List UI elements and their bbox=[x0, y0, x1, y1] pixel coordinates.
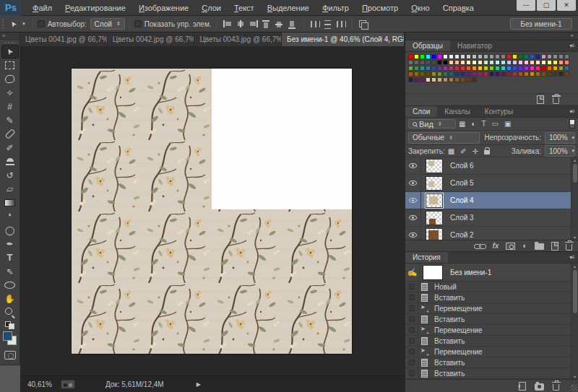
layer-thumbnail[interactable] bbox=[426, 193, 443, 208]
align-center-horizontal-icon[interactable] bbox=[236, 19, 246, 29]
layer-thumbnail[interactable] bbox=[426, 176, 443, 191]
layers-scrollbar[interactable]: ▴ ▾ bbox=[571, 157, 578, 240]
history-state-row[interactable]: Вставить bbox=[405, 357, 578, 368]
adjustment-filter-icon[interactable]: ◐ bbox=[471, 120, 475, 128]
panel-tab[interactable]: Навигатор bbox=[450, 40, 499, 51]
history-state-row[interactable]: Новый bbox=[405, 282, 578, 292]
color-swatch[interactable] bbox=[466, 71, 471, 77]
history-brush-source-icon[interactable]: ✍ bbox=[405, 263, 420, 281]
color-swatch[interactable] bbox=[489, 66, 494, 71]
layer-name[interactable]: Слой 4 bbox=[450, 196, 474, 204]
menu-item[interactable]: Редактирование bbox=[59, 0, 132, 16]
history-snapshot-row[interactable]: ✍ Без имени-1 bbox=[405, 263, 578, 282]
tools-grip[interactable] bbox=[5, 42, 15, 43]
color-swatch[interactable] bbox=[460, 60, 465, 65]
menu-item[interactable]: Изображение bbox=[132, 0, 195, 16]
scroll-down-icon[interactable]: ▾ bbox=[574, 374, 576, 379]
fill-value[interactable]: 100% ▾ bbox=[545, 145, 575, 157]
color-swatch[interactable] bbox=[558, 71, 564, 77]
distribute-horizontal-icon[interactable] bbox=[310, 19, 320, 29]
color-swatch[interactable] bbox=[408, 77, 413, 82]
color-swatch[interactable] bbox=[414, 60, 419, 65]
color-swatch[interactable] bbox=[547, 66, 552, 71]
document-tab[interactable]: Цветы 0042.jpg @ 66,7%... × bbox=[108, 32, 195, 46]
align-middle-icon[interactable] bbox=[275, 19, 285, 29]
history-source-checkbox[interactable] bbox=[409, 284, 415, 289]
active-tool-icon[interactable]: ➤ ▾ bbox=[7, 20, 28, 28]
opacity-value[interactable]: 100% ▾ bbox=[545, 132, 575, 144]
menu-item[interactable]: Фильтр bbox=[316, 0, 355, 16]
history-state-row[interactable]: Перемещение bbox=[405, 325, 578, 336]
color-swatch[interactable] bbox=[483, 54, 488, 59]
color-swatch[interactable] bbox=[437, 60, 442, 65]
color-swatch[interactable] bbox=[466, 66, 471, 71]
color-swatch[interactable] bbox=[524, 71, 529, 77]
color-swatch[interactable] bbox=[530, 54, 535, 59]
auto-align-layers-icon[interactable] bbox=[358, 19, 368, 29]
foreground-color[interactable] bbox=[3, 331, 12, 341]
document-tab[interactable]: Без имени-1 @ 40,6% (Слой 4, RGB/8) * × bbox=[282, 32, 405, 46]
layer-name[interactable]: Слой 5 bbox=[450, 179, 474, 187]
panel-tab[interactable]: История bbox=[405, 252, 448, 263]
color-swatch[interactable] bbox=[483, 66, 488, 71]
history-source-checkbox[interactable] bbox=[409, 316, 415, 322]
color-swatch[interactable] bbox=[495, 54, 500, 59]
color-swatch[interactable] bbox=[483, 60, 488, 65]
color-swatch[interactable] bbox=[553, 54, 558, 59]
color-swatch[interactable] bbox=[512, 60, 517, 65]
panel-resize-grip[interactable] bbox=[571, 385, 577, 391]
color-swatch[interactable] bbox=[541, 60, 546, 65]
swap-colors-icon[interactable] bbox=[4, 321, 16, 328]
color-swatch[interactable] bbox=[489, 54, 494, 59]
color-swatch[interactable] bbox=[426, 77, 431, 82]
color-swatch[interactable] bbox=[431, 66, 436, 71]
layer-name[interactable]: Слой 3 bbox=[450, 214, 474, 222]
layer-thumbnail[interactable] bbox=[426, 228, 443, 240]
autoselect-target-select[interactable]: Слой⇕ bbox=[90, 18, 125, 30]
color-swatch[interactable] bbox=[564, 54, 569, 59]
color-swatch[interactable] bbox=[414, 77, 419, 82]
color-swatch[interactable] bbox=[408, 60, 413, 65]
color-swatch[interactable] bbox=[489, 60, 494, 65]
color-swatch[interactable] bbox=[478, 66, 483, 71]
color-swatch[interactable] bbox=[524, 66, 529, 71]
color-swatch[interactable] bbox=[478, 71, 483, 77]
layer-row[interactable]: Слой 5 bbox=[405, 175, 578, 192]
color-swatch[interactable] bbox=[501, 60, 506, 65]
history-scrollbar[interactable]: ▴ ▾ bbox=[571, 263, 578, 379]
color-swatch[interactable] bbox=[420, 71, 425, 77]
layer-row[interactable]: Слой 4 bbox=[405, 192, 578, 209]
canvas-area[interactable] bbox=[20, 47, 405, 375]
distribute-spacing-icon[interactable] bbox=[336, 19, 346, 29]
pixel-filter-icon[interactable]: ▦ bbox=[459, 120, 465, 128]
color-swatch[interactable] bbox=[443, 54, 448, 59]
color-swatch[interactable] bbox=[408, 54, 413, 59]
color-swatch[interactable] bbox=[431, 60, 436, 65]
color-swatch[interactable] bbox=[530, 71, 535, 77]
color-swatch[interactable] bbox=[414, 66, 419, 71]
color-swatch[interactable] bbox=[518, 66, 523, 71]
color-swatch[interactable] bbox=[558, 54, 564, 59]
history-state-row[interactable]: Перемещение bbox=[405, 303, 578, 314]
layer-row[interactable]: Слой 3 bbox=[405, 209, 578, 227]
menu-item[interactable]: Слои bbox=[195, 0, 228, 16]
layer-thumbnail[interactable] bbox=[426, 211, 443, 225]
layer-thumbnail[interactable] bbox=[426, 159, 443, 173]
color-swatch[interactable] bbox=[518, 54, 523, 59]
color-swatch[interactable] bbox=[512, 66, 517, 71]
color-swatch[interactable] bbox=[547, 54, 552, 59]
color-swatch[interactable] bbox=[454, 54, 460, 59]
color-swatch[interactable] bbox=[564, 71, 569, 77]
color-swatch[interactable] bbox=[472, 71, 477, 77]
color-swatch[interactable] bbox=[530, 60, 535, 65]
color-swatch[interactable] bbox=[512, 71, 517, 77]
color-swatch[interactable] bbox=[437, 77, 442, 82]
close-button[interactable]: ✕ bbox=[557, 0, 576, 11]
color-swatch[interactable] bbox=[506, 71, 512, 77]
menu-item[interactable]: Справка bbox=[436, 0, 480, 16]
color-swatch[interactable] bbox=[553, 71, 558, 77]
color-swatch[interactable] bbox=[553, 66, 558, 71]
menu-item[interactable]: Окно bbox=[405, 0, 436, 16]
color-swatch[interactable] bbox=[431, 77, 436, 82]
color-swatch[interactable] bbox=[460, 54, 465, 59]
